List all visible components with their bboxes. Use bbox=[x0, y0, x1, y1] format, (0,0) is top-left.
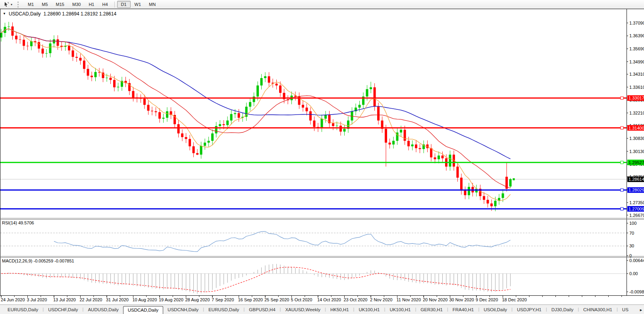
tab-dj30-daily[interactable]: DJ30,Daily bbox=[547, 306, 578, 314]
candle-body bbox=[132, 91, 135, 98]
date-label: 20 Nov 2020 bbox=[423, 297, 447, 302]
line-drag-marker[interactable] bbox=[621, 207, 623, 210]
toolbar-drag-handle[interactable] bbox=[17, 2, 20, 8]
tab-eurusd-daily[interactable]: EURUSD,Daily bbox=[204, 306, 243, 314]
candle-body bbox=[264, 76, 266, 78]
chart-title: ▼ USDCAD,Daily 1.28690 1.28694 1.28192 1… bbox=[3, 11, 116, 17]
tab-usoil-daily[interactable]: USOil,Daily bbox=[479, 306, 511, 314]
candle-body bbox=[38, 42, 40, 48]
date-label: 7 Sep 2020 bbox=[212, 297, 234, 302]
candle-body bbox=[404, 130, 406, 141]
chart-plot-area[interactable] bbox=[0, 9, 627, 295]
candle-body bbox=[415, 144, 417, 148]
candle-body bbox=[411, 144, 414, 146]
toolbar-separator bbox=[114, 2, 115, 8]
candle-body bbox=[430, 148, 432, 157]
candle-body bbox=[87, 69, 89, 76]
chart-menu-icon[interactable]: ▼ bbox=[3, 12, 6, 15]
price-tick-label: 1.27350 bbox=[629, 200, 644, 205]
timeframe-button-m5[interactable]: M5 bbox=[38, 1, 52, 8]
candle-body bbox=[336, 126, 338, 126]
candle-body bbox=[143, 99, 146, 105]
candle-body bbox=[57, 39, 59, 46]
tab-scroll-right-icon[interactable]: ► bbox=[639, 308, 643, 314]
candle-body bbox=[343, 129, 346, 132]
date-label: 10 Aug 2020 bbox=[133, 297, 157, 302]
tab-audusd-daily[interactable]: AUDUSD,Daily bbox=[83, 306, 123, 314]
tab-gbpusd-h4[interactable]: GBPUSD,H4 bbox=[245, 306, 280, 314]
candle-body bbox=[442, 155, 444, 158]
tab-uk100-h1[interactable]: UK100,H1 bbox=[385, 306, 415, 314]
candle-body bbox=[211, 134, 214, 141]
cursor-icon bbox=[4, 2, 9, 7]
candle-body bbox=[42, 49, 44, 54]
last-price-marker bbox=[513, 178, 515, 180]
candle-body bbox=[72, 50, 74, 57]
tab-ger30-h1[interactable]: GER30,H1 bbox=[416, 306, 447, 314]
tab-xauusd-weekly[interactable]: XAUUSD,Weekly bbox=[281, 306, 325, 314]
candle-body bbox=[449, 155, 451, 167]
timeframe-button-m15[interactable]: M15 bbox=[52, 1, 68, 8]
line-drag-marker[interactable] bbox=[621, 161, 623, 164]
candle-body bbox=[68, 46, 70, 51]
tab-usdchf-daily[interactable]: USDCHF,Daily bbox=[44, 306, 82, 314]
candle-body bbox=[385, 129, 387, 143]
candle-body bbox=[260, 78, 263, 86]
candle-body bbox=[19, 39, 21, 40]
candle-body bbox=[162, 118, 165, 119]
candle-body bbox=[419, 148, 421, 149]
macd-indicator-label: MACD(12,26,9) -0.005259 -0.007851 bbox=[2, 258, 74, 263]
timeframe-button-mn[interactable]: MN bbox=[145, 1, 160, 8]
date-label: 16 Sep 2020 bbox=[238, 297, 263, 302]
timeframe-button-w1[interactable]: W1 bbox=[131, 1, 145, 8]
candle-body bbox=[438, 155, 440, 159]
date-label: 5 Oct 2020 bbox=[291, 297, 312, 302]
candle-body bbox=[464, 191, 467, 195]
candle-body bbox=[392, 141, 395, 144]
candle-body bbox=[117, 87, 120, 87]
date-label: 30 Nov 2020 bbox=[449, 297, 474, 302]
line-drag-marker[interactable] bbox=[621, 189, 623, 191]
candle-body bbox=[487, 200, 489, 203]
candle-body bbox=[268, 76, 270, 82]
rsi-axis-label: 30 bbox=[629, 243, 634, 248]
candle-body bbox=[279, 86, 282, 93]
candle-body bbox=[370, 87, 372, 89]
date-label: 18 Dec 2020 bbox=[502, 297, 527, 302]
timeframe-button-d1[interactable]: D1 bbox=[117, 1, 131, 8]
candle-body bbox=[238, 113, 240, 118]
timeframe-button-m30[interactable]: M30 bbox=[68, 1, 85, 8]
candle-body bbox=[45, 53, 48, 54]
timeframe-button-h4[interactable]: H4 bbox=[98, 1, 112, 8]
tab-fra40-h1[interactable]: FRA40,H1 bbox=[448, 306, 478, 314]
tab-usdjpy-h1[interactable]: USDJPY,H1 bbox=[513, 306, 546, 314]
chart-symbol-label: USDCAD,Daily bbox=[9, 11, 41, 17]
candle-body bbox=[234, 113, 236, 114]
timeframe-button-h1[interactable]: H1 bbox=[85, 1, 98, 8]
tab-hk50-h1[interactable]: HK50,H1 bbox=[326, 306, 353, 314]
cursor-tool-button[interactable]: ▾ bbox=[2, 1, 14, 8]
timeframe-button-m1[interactable]: M1 bbox=[24, 1, 38, 8]
candle-body bbox=[321, 119, 323, 128]
line-price-label-text: 1.31400 bbox=[629, 126, 644, 130]
candle-body bbox=[166, 111, 168, 118]
rsi-axis-label: 70 bbox=[629, 231, 634, 236]
symbol-tab-bar: EURUSD,Daily|USDCHF,Daily|AUDUSD,DailyUS… bbox=[0, 304, 644, 314]
tab-china300-h1[interactable]: CHINA300,H1 bbox=[579, 306, 617, 314]
candle-body bbox=[113, 80, 116, 88]
tab-us[interactable]: US bbox=[618, 306, 633, 314]
tab-usdcad-daily[interactable]: USDCAD,Daily bbox=[123, 306, 163, 314]
line-drag-marker[interactable] bbox=[621, 126, 623, 129]
candle-body bbox=[468, 187, 470, 195]
line-price-label-text: 1.33017 bbox=[629, 96, 644, 100]
date-label: 25 Sep 2020 bbox=[264, 297, 289, 302]
candle-body bbox=[177, 124, 180, 133]
candle-body bbox=[407, 141, 410, 146]
tab-eurusd-daily[interactable]: EURUSD,Daily bbox=[3, 306, 42, 314]
tab-uk100-h1[interactable]: UK100,H1 bbox=[354, 306, 384, 314]
candle-body bbox=[91, 76, 93, 77]
tab-usdcnh-daily[interactable]: USDCNH,Daily bbox=[163, 306, 203, 314]
candle-body bbox=[189, 139, 191, 146]
line-drag-marker[interactable] bbox=[621, 97, 623, 100]
date-label: 11 Nov 2020 bbox=[397, 297, 421, 302]
